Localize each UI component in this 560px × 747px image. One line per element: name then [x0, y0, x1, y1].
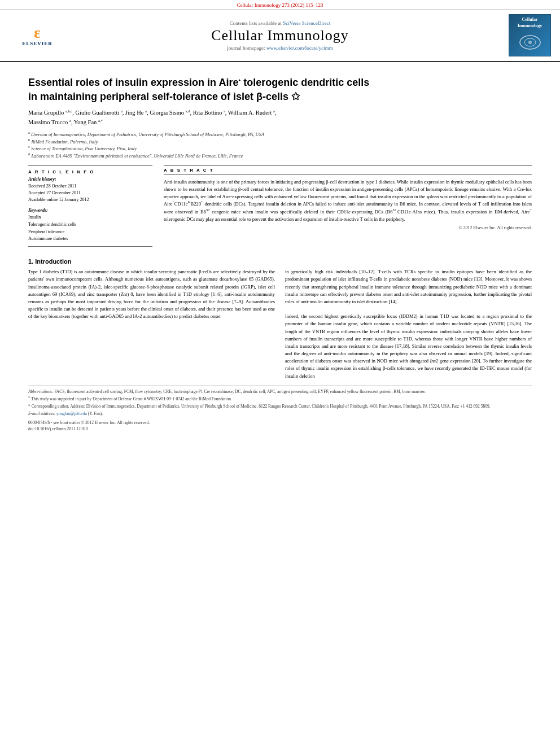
- keywords-section: Keywords: Insulin Tolerogenic dendritic …: [28, 208, 152, 243]
- authors-line: Maria Grupillo a,b,c, Giulio Gualtierott…: [28, 108, 532, 128]
- logo-line1: Cellular: [522, 17, 538, 23]
- received-date: Received 28 October 2011: [28, 183, 152, 190]
- keyword-autoimmune: Autoimmune diabetes: [28, 235, 152, 243]
- sciverse-line: Contents lists available at SciVerse Sci…: [71, 20, 489, 26]
- keyword-insulin: Insulin: [28, 214, 152, 221]
- main-content: Essential roles of insulin expression in…: [0, 62, 560, 438]
- elsevier-logo: ε ELSEVIER: [22, 25, 53, 46]
- journal-citation-text: Cellular Immunology 273 (2012) 115–123: [237, 2, 323, 8]
- footnote-corresponding: * Corresponding author. Address: Divisio…: [28, 403, 532, 409]
- journal-url[interactable]: www.elsevier.com/locate/ycimm: [266, 45, 333, 51]
- available-date: Available online 12 January 2012: [28, 196, 152, 203]
- abstract-col: A B S T R A C T Anti-insulin autoimmunit…: [164, 165, 532, 251]
- journal-logo-box: Cellular Immunology: [509, 14, 551, 56]
- keyword-peripheral: Peripheral tolerance: [28, 229, 152, 236]
- footnote-issn: 0008-8749/$ - see front matter © 2012 El…: [28, 420, 532, 426]
- article-info-title: A R T I C L E I N F O: [28, 169, 152, 174]
- journal-header-center: Contents lists available at SciVerse Sci…: [71, 20, 489, 51]
- keywords-title: Keywords:: [28, 208, 152, 213]
- journal-citation-bar: Cellular Immunology 273 (2012) 115–123: [0, 0, 560, 10]
- svg-point-2: [528, 41, 532, 44]
- article-title: Essential roles of insulin expression in…: [28, 76, 532, 104]
- article-info-abstract-row: A R T I C L E I N F O Article history: R…: [28, 165, 532, 251]
- copyright-line: © 2012 Elsevier Inc. All rights reserved…: [164, 225, 532, 230]
- journal-logo-area: Cellular Immunology: [495, 14, 551, 56]
- body-text-row: Type 1 diabetes (T1D) is an autoimmune d…: [28, 268, 532, 380]
- abstract-text: Anti-insulin autoimmunity is one of the …: [164, 178, 532, 223]
- keyword-tolerogenic: Tolerogenic dendritic cells: [28, 221, 152, 229]
- footnote-support: * This study was supported in part by De…: [28, 396, 532, 402]
- journal-homepage: journal homepage: www.elsevier.com/locat…: [71, 45, 489, 51]
- footnotes-section: Abbreviations: FACS, fluorescent activat…: [28, 386, 532, 433]
- body-col-left: Type 1 diabetes (T1D) is an autoimmune d…: [28, 268, 275, 380]
- elsevier-e: ε: [34, 25, 41, 41]
- article-info-box: A R T I C L E I N F O Article history: R…: [28, 165, 152, 247]
- article-info-col: A R T I C L E I N F O Article history: R…: [28, 165, 152, 251]
- journal-title: Cellular Immunology: [71, 27, 489, 44]
- sciverse-link[interactable]: SciVerse ScienceDirect: [283, 20, 330, 26]
- elsevier-text: ELSEVIER: [22, 41, 53, 46]
- email-link[interactable]: yongfan@pitt.edu: [56, 411, 87, 416]
- accepted-date: Accepted 27 December 2011: [28, 190, 152, 196]
- logo-line2: Immunology: [518, 23, 542, 29]
- abstract-title: A B S T R A C T: [164, 165, 532, 175]
- article-history-label: Article history:: [28, 177, 152, 182]
- footnote-email: E-mail address: yongfan@pitt.edu (Y. Fan…: [28, 410, 532, 417]
- body-col-right: in genetically high risk individuals [10…: [285, 268, 532, 380]
- logo-graphic: [516, 31, 544, 54]
- introduction-title: 1. Introduction: [28, 258, 532, 265]
- journal-header: ε ELSEVIER Contents lists available at S…: [0, 10, 560, 62]
- footnote-abbreviations: Abbreviations: FACS, fluorescent activat…: [28, 388, 532, 395]
- footnote-doi: doi:10.1016/j.cellimm.2011.12.010: [28, 426, 532, 432]
- elsevier-logo-area: ε ELSEVIER: [9, 25, 65, 46]
- affiliations: a Division of Immunogenetics, Department…: [28, 131, 532, 160]
